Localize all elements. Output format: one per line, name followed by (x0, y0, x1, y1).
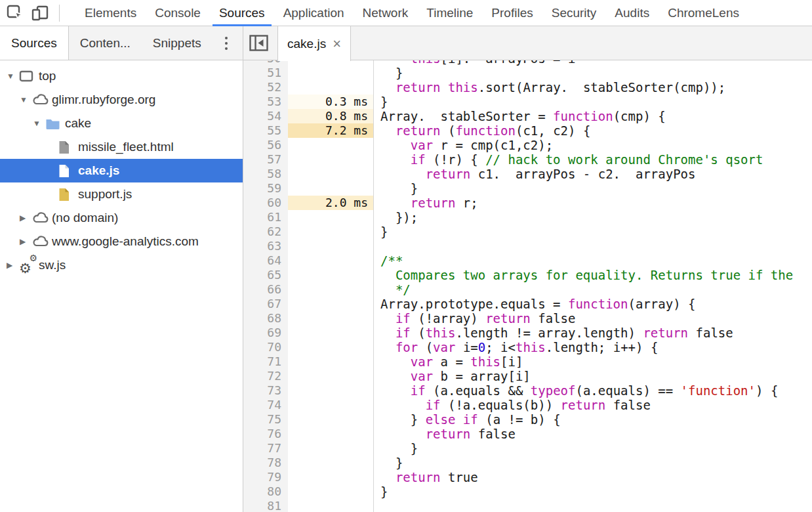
navigator-tab-conten[interactable]: Conten... (69, 26, 142, 60)
line-code[interactable]: return c1.__arrayPos - c2.__arrayPos (373, 167, 812, 181)
tree-item-sw-js[interactable]: ▶⚙⚙sw.js (0, 253, 243, 277)
line-code[interactable]: return this.sort(Array.__stableSorter(cm… (373, 80, 812, 95)
navigator-tab-sources[interactable]: Sources (0, 26, 69, 60)
line-code[interactable] (373, 239, 812, 253)
line-code[interactable]: } (373, 95, 812, 109)
disclosure-arrow[interactable]: ▼ (33, 119, 45, 128)
line-number[interactable]: 75 (243, 412, 288, 427)
line-code[interactable]: /** (373, 253, 812, 268)
line-number[interactable]: 73 (243, 383, 288, 398)
tree-item-glimr-rubyforge-org[interactable]: ▼glimr.rubyforge.org (0, 88, 243, 112)
disclosure-arrow[interactable]: ▼ (7, 72, 19, 81)
line-number[interactable]: 80 (243, 484, 288, 499)
line-code[interactable]: Array.prototype.equals = function(array)… (373, 297, 812, 311)
line-number[interactable]: 54 (243, 109, 288, 123)
line-number[interactable]: 81 (243, 499, 288, 512)
line-number[interactable]: 60 (243, 196, 288, 210)
line-number[interactable]: 50 (243, 60, 288, 66)
line-number[interactable]: 69 (243, 326, 288, 340)
main-tab-network[interactable]: Network (354, 0, 418, 26)
line-code[interactable]: }); (373, 210, 812, 224)
line-code[interactable]: if (!r) { // hack to work around Chrome'… (373, 152, 812, 167)
line-number[interactable]: 61 (243, 210, 288, 224)
line-code[interactable]: if (a.equals && typeof(a.equals) == 'fun… (373, 383, 812, 398)
line-code[interactable]: } (373, 181, 812, 196)
main-tab-sources[interactable]: Sources (210, 0, 274, 26)
line-code[interactable]: var r = cmp(c1,c2); (373, 138, 812, 152)
tree-item-missile-fleet-html[interactable]: missile_fleet.html (0, 135, 243, 159)
tree-item-top[interactable]: ▼top (0, 64, 243, 88)
line-code[interactable]: for (var i=0; i<this.length; i++) { (373, 340, 812, 354)
main-tab-profiles[interactable]: Profiles (482, 0, 542, 26)
line-number[interactable]: 63 (243, 239, 288, 253)
vertical-dots-icon[interactable] (216, 26, 236, 60)
line-number[interactable]: 76 (243, 427, 288, 441)
line-code[interactable]: } else if (a != b) { (373, 412, 812, 427)
tree-item-no-domain[interactable]: ▶(no domain) (0, 206, 243, 230)
main-tab-chromelens[interactable]: ChromeLens (659, 0, 748, 26)
line-number[interactable]: 78 (243, 456, 288, 470)
line-number[interactable]: 51 (243, 66, 288, 80)
line-number[interactable]: 79 (243, 470, 288, 484)
line-code[interactable]: var b = array[i] (373, 369, 812, 383)
line-code[interactable]: return true (373, 470, 812, 484)
line-code[interactable]: */ (373, 282, 812, 297)
line-code[interactable]: return false (373, 427, 812, 441)
line-number[interactable]: 70 (243, 340, 288, 354)
main-tab-audits[interactable]: Audits (605, 0, 659, 26)
line-code[interactable]: return r; (373, 196, 812, 210)
line-number[interactable]: 59 (243, 181, 288, 196)
line-code[interactable]: } (373, 484, 812, 499)
tree-item-www-google-analytics-com[interactable]: ▶www.google-analytics.com (0, 230, 243, 253)
line-code[interactable] (373, 499, 812, 512)
line-code[interactable]: Array.__stableSorter = function(cmp) { (373, 109, 812, 123)
tree-item-cake[interactable]: ▼cake (0, 112, 243, 135)
line-number[interactable]: 67 (243, 297, 288, 311)
close-tab-icon[interactable]: × (333, 37, 341, 51)
line-code[interactable]: this[i].__arrayPos = i (373, 60, 812, 66)
line-code[interactable]: } (373, 441, 812, 456)
line-number[interactable]: 68 (243, 311, 288, 326)
line-number[interactable]: 74 (243, 398, 288, 412)
line-number[interactable]: 66 (243, 282, 288, 297)
line-number[interactable]: 65 (243, 268, 288, 282)
main-tab-timeline[interactable]: Timeline (417, 0, 482, 26)
line-number[interactable]: 77 (243, 441, 288, 456)
line-number[interactable]: 72 (243, 369, 288, 383)
toggle-navigator-icon[interactable] (243, 26, 274, 60)
inspect-element-icon[interactable] (5, 4, 25, 22)
main-tab-console[interactable]: Console (146, 0, 210, 26)
main-tab-application[interactable]: Application (274, 0, 354, 26)
tree-item-cake-js[interactable]: cake.js (0, 159, 243, 182)
tab-label: cake.js (287, 37, 326, 51)
device-toolbar-icon[interactable] (30, 4, 50, 22)
code-editor: 50 this[i].__arrayPos = i51 }52 return t… (243, 60, 812, 512)
line-number[interactable]: 53 (243, 95, 288, 109)
main-tab-security[interactable]: Security (542, 0, 606, 26)
line-code[interactable]: } (373, 66, 812, 80)
line-code[interactable]: if (!a.equals(b)) return false (373, 398, 812, 412)
line-code[interactable]: if (!array) return false (373, 311, 812, 326)
line-number[interactable]: 64 (243, 253, 288, 268)
disclosure-arrow[interactable]: ▶ (20, 237, 32, 246)
navigator-tab-snippets[interactable]: Snippets (142, 26, 213, 60)
line-code[interactable]: return (function(c1, c2) { (373, 123, 812, 138)
line-code[interactable]: } (373, 224, 812, 239)
disclosure-arrow[interactable]: ▶ (7, 261, 19, 270)
line-code[interactable]: Compares two arrays for equality. Return… (373, 268, 812, 282)
line-code[interactable]: var a = this[i] (373, 354, 812, 369)
line-number[interactable]: 56 (243, 138, 288, 152)
line-number[interactable]: 71 (243, 354, 288, 369)
line-code[interactable]: } (373, 456, 812, 470)
line-code[interactable]: if (this.length != array.length) return … (373, 326, 812, 340)
disclosure-arrow[interactable]: ▼ (20, 95, 32, 104)
tree-item-support-js[interactable]: support.js (0, 182, 243, 206)
tab-cake-js[interactable]: cake.js × (277, 26, 351, 61)
line-number[interactable]: 52 (243, 80, 288, 95)
line-number[interactable]: 57 (243, 152, 288, 167)
main-tab-elements[interactable]: Elements (75, 0, 146, 26)
line-number[interactable]: 55 (243, 123, 288, 138)
line-number[interactable]: 58 (243, 167, 288, 181)
disclosure-arrow[interactable]: ▶ (20, 213, 32, 223)
line-number[interactable]: 62 (243, 224, 288, 239)
